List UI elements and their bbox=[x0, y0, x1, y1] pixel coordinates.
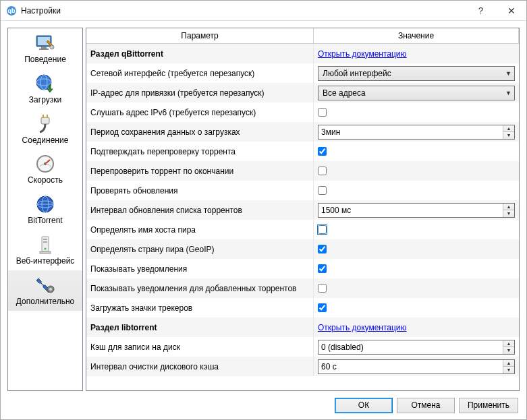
svg-rect-12 bbox=[47, 115, 48, 118]
combo-box[interactable]: Любой интерфейс▼ bbox=[318, 66, 515, 81]
app-icon: qb bbox=[6, 5, 17, 16]
sidebar-item-3[interactable]: Скорость bbox=[8, 149, 82, 189]
checkbox[interactable] bbox=[318, 303, 327, 312]
checkbox[interactable] bbox=[318, 225, 327, 234]
svg-rect-21 bbox=[43, 239, 47, 240]
grid-row: Сетевой интерфейс (требуется перезапуск)… bbox=[86, 63, 519, 83]
doc-link[interactable]: Открыть документацию bbox=[318, 49, 407, 59]
settings-panel: Параметр Значение Раздел qBittorrentОткр… bbox=[86, 28, 520, 391]
spin-up-icon[interactable]: ▲ bbox=[503, 204, 514, 211]
value-cell: ▲▼ bbox=[314, 357, 519, 376]
spin-input[interactable] bbox=[318, 360, 503, 373]
spin-input[interactable] bbox=[318, 125, 503, 139]
param-cell: Период сохранения данных о загрузках bbox=[86, 122, 314, 142]
svg-rect-10 bbox=[41, 117, 49, 124]
svg-point-6 bbox=[50, 45, 54, 49]
svg-rect-11 bbox=[43, 115, 44, 118]
spin-box[interactable]: ▲▼ bbox=[318, 203, 515, 218]
param-cell: IP-адрес для привязки (требуется перезап… bbox=[86, 83, 314, 102]
checkbox[interactable] bbox=[318, 167, 327, 175]
grid-header: Параметр Значение bbox=[86, 28, 519, 44]
value-cell: ▲▼ bbox=[314, 337, 519, 357]
spin-down-icon[interactable]: ▼ bbox=[503, 367, 514, 373]
spin-up-icon[interactable]: ▲ bbox=[503, 360, 514, 367]
checkbox[interactable] bbox=[318, 245, 327, 253]
close-button[interactable]: ✕ bbox=[496, 1, 526, 21]
sidebar-label: Веб-интерфейс bbox=[16, 257, 75, 266]
svg-text:qb: qb bbox=[8, 7, 16, 14]
doc-link[interactable]: Открыть документацию bbox=[318, 323, 407, 332]
checkbox[interactable] bbox=[318, 264, 327, 273]
apply-button[interactable]: Применить bbox=[459, 398, 518, 413]
sidebar-label: Поведение bbox=[24, 55, 66, 65]
svg-rect-5 bbox=[39, 49, 49, 50]
grid-row: Раздел libtorrentОткрыть документацию bbox=[86, 318, 519, 337]
value-cell bbox=[314, 239, 519, 259]
param-cell: Показывать уведомления для добавленных т… bbox=[86, 278, 314, 298]
grid-row: Кэш для записи на диск▲▼ bbox=[86, 337, 519, 357]
spin-down-icon[interactable]: ▼ bbox=[503, 210, 514, 217]
param-cell: Загружать значки трекеров bbox=[86, 298, 314, 318]
value-cell bbox=[314, 142, 519, 161]
value-cell bbox=[314, 278, 519, 298]
param-cell: Проверять обновления bbox=[86, 181, 314, 200]
titlebar: qb Настройки ? ✕ bbox=[1, 1, 526, 21]
grid-row: Определять страну пира (GeoIP) bbox=[86, 239, 519, 259]
spin-up-icon[interactable]: ▲ bbox=[503, 340, 514, 348]
help-button[interactable]: ? bbox=[466, 1, 496, 21]
spin-input[interactable] bbox=[318, 204, 503, 217]
grid-row: Интервал очистки дискового кэша▲▼ bbox=[86, 357, 519, 376]
header-param[interactable]: Параметр bbox=[86, 28, 314, 44]
checkbox[interactable] bbox=[318, 284, 327, 293]
sidebar-item-4[interactable]: BitTorrent bbox=[8, 189, 82, 230]
grid-row: Период сохранения данных о загрузках▲▼ bbox=[86, 122, 519, 142]
cancel-button[interactable]: Отмена bbox=[397, 398, 455, 413]
sidebar-item-5[interactable]: Веб-интерфейс bbox=[8, 230, 82, 270]
sidebar-item-2[interactable]: Соединение bbox=[8, 109, 82, 150]
grid-row: Интервал обновления списка торрентов▲▼ bbox=[86, 200, 519, 220]
spin-input[interactable] bbox=[318, 340, 503, 354]
sidebar: ПоведениеЗагрузкиСоединениеСкоростьBitTo… bbox=[7, 28, 83, 391]
grid-body[interactable]: Раздел qBittorrentОткрыть документациюСе… bbox=[86, 44, 519, 390]
sidebar-item-6[interactable]: Дополнительно bbox=[8, 270, 82, 311]
spin-box[interactable]: ▲▼ bbox=[318, 125, 515, 140]
value-cell bbox=[314, 259, 519, 278]
sidebar-label: BitTorrent bbox=[28, 216, 62, 226]
param-cell: Интервал очистки дискового кэша bbox=[86, 357, 314, 376]
param-cell: Раздел libtorrent bbox=[86, 318, 314, 337]
content-area: ПоведениеЗагрузкиСоединениеСкоростьBitTo… bbox=[1, 21, 526, 391]
spin-box[interactable]: ▲▼ bbox=[318, 359, 515, 374]
spin-up-icon[interactable]: ▲ bbox=[503, 125, 514, 133]
monitor-tools-icon bbox=[34, 32, 56, 54]
value-cell: Открыть документацию bbox=[314, 318, 519, 337]
param-cell: Сетевой интерфейс (требуется перезапуск) bbox=[86, 63, 314, 83]
window-title: Настройки bbox=[21, 6, 466, 16]
value-cell bbox=[314, 220, 519, 239]
sidebar-label: Соединение bbox=[22, 136, 69, 146]
header-value[interactable]: Значение bbox=[314, 28, 519, 44]
combo-box[interactable]: Все адреса▼ bbox=[318, 86, 515, 100]
svg-rect-4 bbox=[41, 47, 47, 49]
sidebar-label: Дополнительно bbox=[16, 297, 74, 307]
chevron-down-icon: ▼ bbox=[505, 90, 511, 96]
checkbox[interactable] bbox=[318, 147, 327, 156]
spin-down-icon[interactable]: ▼ bbox=[503, 347, 514, 354]
checkbox[interactable] bbox=[318, 108, 327, 117]
globe-down-icon bbox=[34, 73, 56, 94]
param-cell: Определять имя хоста пира bbox=[86, 220, 314, 239]
svg-point-23 bbox=[45, 247, 47, 249]
grid-row: Показывать уведомления для добавленных т… bbox=[86, 278, 519, 298]
value-cell: ▲▼ bbox=[314, 200, 519, 220]
checkbox[interactable] bbox=[318, 186, 327, 195]
sidebar-item-0[interactable]: Поведение bbox=[8, 28, 82, 69]
value-cell bbox=[314, 181, 519, 200]
param-cell: Определять страну пира (GeoIP) bbox=[86, 239, 314, 259]
value-cell bbox=[314, 298, 519, 318]
spin-down-icon[interactable]: ▼ bbox=[503, 132, 514, 139]
sidebar-label: Скорость bbox=[28, 176, 63, 185]
ok-button[interactable]: ОК bbox=[335, 398, 393, 413]
sidebar-item-1[interactable]: Загрузки bbox=[8, 69, 82, 109]
spin-box[interactable]: ▲▼ bbox=[318, 340, 515, 355]
wrench-gear-icon bbox=[34, 274, 56, 296]
value-cell: Все адреса▼ bbox=[314, 83, 519, 102]
